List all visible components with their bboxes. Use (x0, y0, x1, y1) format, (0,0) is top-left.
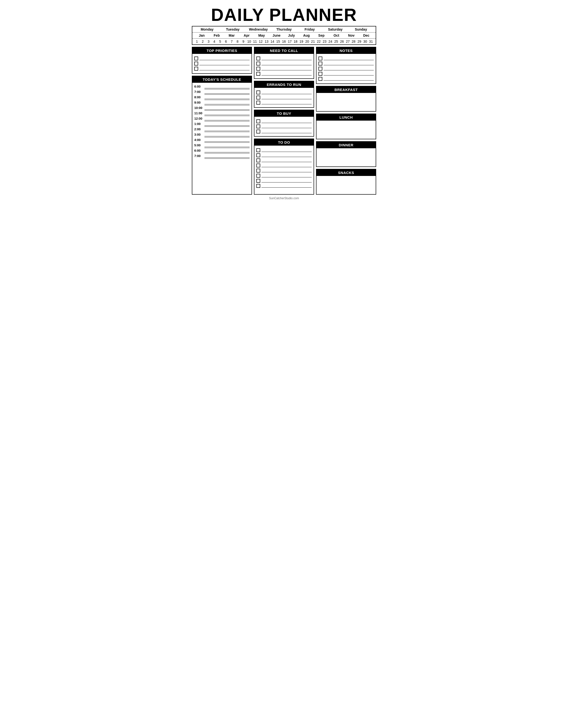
schedule-divider-2 (205, 94, 250, 95)
priority-row-2[interactable] (194, 62, 250, 66)
num-9: 9 (241, 40, 246, 43)
buy-line-2 (262, 125, 311, 128)
buy-line-3 (262, 130, 311, 133)
num-16: 16 (282, 40, 286, 43)
todo-checkbox-8[interactable] (257, 184, 260, 188)
time-1200: 12:00 (194, 117, 205, 120)
num-1: 1 (195, 40, 199, 43)
schedule-1200: 12:00 (194, 117, 250, 120)
todo-row-6[interactable] (257, 174, 311, 178)
time-400: 4:00 (194, 138, 205, 142)
errand-checkbox-1[interactable] (257, 91, 260, 94)
todo-row-3[interactable] (257, 158, 311, 162)
breakfast-content[interactable] (316, 93, 376, 111)
lunch-content[interactable] (316, 121, 376, 139)
notes-row-1[interactable] (318, 57, 374, 60)
schedule-divider-8 (205, 126, 250, 127)
schedule-divider-12 (205, 148, 250, 148)
priority-line-1 (199, 57, 250, 60)
todo-checkbox-5[interactable] (257, 169, 260, 173)
call-row-3[interactable] (257, 67, 311, 71)
errand-line-3 (262, 101, 311, 104)
call-row-4[interactable] (257, 72, 311, 76)
buy-checkbox-2[interactable] (257, 124, 260, 128)
notes-checkbox-5[interactable] (318, 77, 322, 81)
schedule-divider-3 (205, 100, 250, 100)
to-do-content (255, 146, 313, 190)
buy-checkbox-3[interactable] (257, 130, 260, 133)
buy-checkbox-1[interactable] (257, 119, 260, 123)
priority-row-3[interactable] (194, 67, 250, 71)
top-priorities-header: TOP PRIORITIES (192, 47, 252, 54)
todo-checkbox-7[interactable] (257, 179, 260, 183)
call-line-4 (262, 72, 311, 75)
errand-line-2 (262, 96, 311, 99)
todo-row-7[interactable] (257, 179, 311, 183)
errands-header: ERRANDS TO RUN (255, 81, 313, 88)
notes-checkbox-2[interactable] (318, 62, 322, 66)
schedule-800: 8:00 (194, 95, 250, 99)
num-12: 12 (259, 40, 263, 43)
priority-checkbox-3[interactable] (194, 67, 198, 71)
todo-line-2 (262, 154, 311, 157)
priority-row-1[interactable] (194, 57, 250, 60)
footer: SunCatcherStudio.com (192, 197, 376, 200)
dinner-content[interactable] (316, 148, 376, 166)
todo-row-5[interactable] (257, 169, 311, 173)
call-checkbox-2[interactable] (257, 62, 260, 66)
todo-row-4[interactable] (257, 164, 311, 167)
schedule-line-200 (205, 128, 250, 131)
schedule-line-1100 (205, 112, 250, 115)
schedule-divider-14 (205, 158, 250, 159)
todo-checkbox-6[interactable] (257, 174, 260, 178)
num-19: 19 (299, 40, 303, 43)
notes-row-4[interactable] (318, 72, 374, 76)
day-thu: Thursday (271, 27, 297, 31)
call-row-1[interactable] (257, 57, 311, 60)
to-do-section: TO DO (254, 139, 314, 195)
day-sat: Saturday (322, 27, 348, 31)
schedule-divider-11 (205, 142, 250, 143)
todo-checkbox-1[interactable] (257, 148, 260, 152)
num-4: 4 (212, 40, 217, 43)
day-fri: Friday (297, 27, 322, 31)
todo-checkbox-4[interactable] (257, 164, 260, 167)
num-2: 2 (201, 40, 205, 43)
notes-row-5[interactable] (318, 77, 374, 81)
lunch-section: LUNCH (316, 114, 376, 139)
notes-checkbox-3[interactable] (318, 67, 322, 71)
call-checkbox-1[interactable] (257, 57, 260, 60)
notes-row-3[interactable] (318, 67, 374, 71)
num-30: 30 (363, 40, 367, 43)
num-25: 25 (334, 40, 338, 43)
buy-row-3[interactable] (257, 130, 311, 133)
errand-row-3[interactable] (257, 101, 311, 105)
call-checkbox-3[interactable] (257, 67, 260, 71)
schedule-divider-5 (205, 110, 250, 111)
todo-checkbox-3[interactable] (257, 158, 260, 162)
snacks-content[interactable] (316, 176, 376, 194)
errand-checkbox-2[interactable] (257, 96, 260, 99)
buy-row-2[interactable] (257, 124, 311, 128)
todo-line-8 (262, 184, 311, 188)
to-buy-header: TO BUY (255, 110, 313, 117)
buy-row-1[interactable] (257, 119, 311, 123)
top-priorities-section: TOP PRIORITIES (192, 47, 252, 74)
todo-row-2[interactable] (257, 153, 311, 157)
call-row-2[interactable] (257, 62, 311, 66)
priority-checkbox-1[interactable] (194, 57, 198, 60)
priority-checkbox-2[interactable] (194, 62, 198, 66)
call-checkbox-4[interactable] (257, 72, 260, 76)
notes-checkbox-4[interactable] (318, 72, 322, 76)
todo-line-5 (262, 169, 311, 172)
errands-section: ERRANDS TO RUN (254, 81, 314, 108)
todo-checkbox-2[interactable] (257, 153, 260, 157)
notes-checkbox-1[interactable] (318, 57, 322, 60)
todo-row-1[interactable] (257, 148, 311, 152)
errand-checkbox-3[interactable] (257, 101, 260, 105)
num-27: 27 (345, 40, 350, 43)
notes-row-2[interactable] (318, 62, 374, 66)
todo-row-8[interactable] (257, 184, 311, 188)
errand-row-2[interactable] (257, 96, 311, 99)
errand-row-1[interactable] (257, 91, 311, 94)
